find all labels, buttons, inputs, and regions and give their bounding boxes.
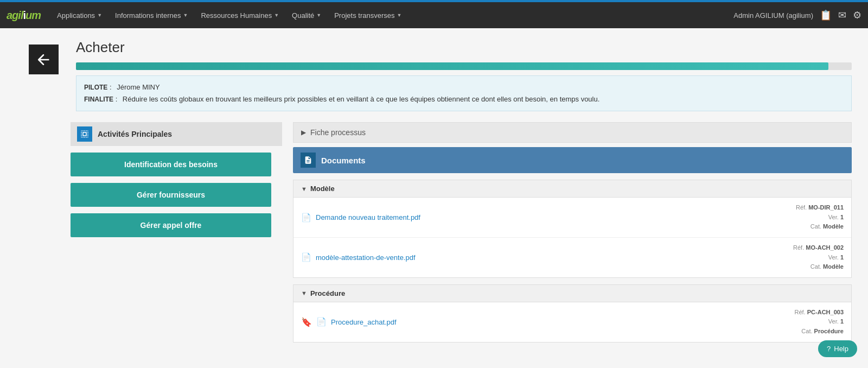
activities-header: Activités Principales: [71, 122, 282, 146]
documents-header: Documents: [293, 147, 852, 173]
left-panel: Activités Principales Identification des…: [71, 122, 282, 244]
documents-header-icon: [301, 153, 316, 168]
pdf-icon: 📄: [301, 252, 311, 262]
pilote-row: PILOTE : Jérome MINY: [84, 81, 844, 93]
nav-right: Admin AGILIUM (agilium) 📋 ✉ ⚙: [733, 9, 861, 21]
info-box: PILOTE : Jérome MINY FINALITE : Réduire …: [76, 75, 852, 111]
marker-icon: 🔖: [301, 317, 312, 327]
nav-items: Applications ▼ Informations internes ▼ R…: [52, 8, 733, 23]
settings-icon[interactable]: ⚙: [853, 9, 861, 21]
main-wrapper: Acheter PILOTE : Jérome MINY FINALITE : …: [0, 28, 868, 360]
doc-row: 📄 Demande nouveau traitement.pdf Réf. MO…: [293, 198, 851, 238]
documents-header-text: Documents: [321, 156, 366, 165]
sidebar: [16, 39, 71, 349]
help-label: Help: [834, 345, 848, 353]
two-col: Activités Principales Identification des…: [71, 122, 852, 348]
btn-fournisseurs[interactable]: Gérer fournisseurs: [71, 183, 271, 207]
chevron-icon: ▼: [316, 12, 321, 18]
doc-name[interactable]: Procedure_achat.pdf: [331, 318, 795, 326]
btn-identification[interactable]: Identification des besoins: [71, 153, 271, 176]
btn-appel-offre[interactable]: Gérer appel offre: [71, 213, 271, 237]
finalite-label: FINALITE: [84, 96, 113, 103]
nav-ressources-humaines[interactable]: Ressources Humaines ▼: [195, 8, 284, 23]
nav-projets-transverses[interactable]: Projets transverses ▼: [329, 8, 407, 23]
modele-title: Modèle: [310, 185, 335, 193]
nav-qualite[interactable]: Qualité ▼: [286, 8, 327, 23]
clipboard-icon[interactable]: 📋: [820, 9, 832, 21]
fiche-processus-label: Fiche processus: [310, 128, 366, 137]
doc-name[interactable]: modèle-attestation-de-vente.pdf: [316, 253, 793, 262]
subsection-modele-header[interactable]: ▼ Modèle: [293, 180, 851, 198]
page-content: Acheter PILOTE : Jérome MINY FINALITE : …: [71, 39, 852, 349]
arrow-down-icon: ▼: [301, 186, 307, 192]
doc-meta: Réf. MO-ACH_002 Ver. 1 Cat. Modèle: [793, 243, 844, 272]
progress-bar-container: [76, 62, 852, 70]
finalite-value: Réduire les coûts globaux en trouvant le…: [123, 95, 599, 103]
pdf-icon: 📄: [316, 317, 327, 327]
topnav: agilium Applications ▼ Informations inte…: [0, 2, 868, 28]
fiche-processus-header[interactable]: ▶ Fiche processus: [293, 122, 852, 143]
help-button[interactable]: ? Help: [818, 340, 857, 357]
help-icon: ?: [827, 345, 831, 353]
nav-informations-internes[interactable]: Informations internes ▼: [110, 8, 193, 23]
page-title: Acheter: [71, 39, 852, 56]
nav-applications[interactable]: Applications ▼: [52, 8, 107, 23]
pdf-icon: 📄: [301, 213, 311, 223]
doc-row: 📄 modèle-attestation-de-vente.pdf Réf. M…: [293, 238, 851, 277]
activities-icon: [77, 126, 92, 142]
progress-bar-fill: [76, 62, 828, 70]
sidebar-home-icon[interactable]: [29, 45, 59, 74]
doc-row: 🔖 📄 Procedure_achat.pdf Réf. PC-ACH_003 …: [293, 302, 851, 342]
subsection-procedure-header[interactable]: ▼ Procédure: [293, 285, 851, 302]
user-label: Admin AGILIUM (agilium): [733, 11, 813, 20]
chevron-icon: ▼: [97, 12, 102, 18]
arrow-right-icon: ▶: [301, 129, 306, 136]
subsection-modele: ▼ Modèle 📄 Demande nouveau traitement.pd…: [293, 180, 852, 278]
procedure-title: Procédure: [310, 289, 345, 297]
doc-meta: Réf. MO-DIR_011 Ver. 1 Cat. Modèle: [796, 203, 844, 232]
chevron-icon: ▼: [397, 12, 401, 18]
doc-meta: Réf. PC-ACH_003 Ver. 1 Cat. Procédure: [795, 308, 844, 337]
arrow-down-icon: ▼: [301, 290, 307, 296]
logo[interactable]: agilium: [7, 9, 41, 22]
chevron-icon: ▼: [274, 12, 279, 18]
doc-name[interactable]: Demande nouveau traitement.pdf: [316, 213, 796, 221]
chevron-icon: ▼: [183, 12, 188, 18]
right-panel: ▶ Fiche processus Documents ▼: [293, 122, 852, 348]
subsection-procedure: ▼ Procédure 🔖 📄 Procedure_achat.pdf Réf.…: [293, 284, 852, 342]
pilote-value: Jérome MINY: [117, 83, 159, 91]
pilote-label: PILOTE: [84, 84, 107, 91]
activities-header-text: Activités Principales: [98, 130, 172, 138]
finalite-row: FINALITE : Réduire les coûts globaux en …: [84, 93, 844, 105]
mail-icon[interactable]: ✉: [838, 9, 846, 21]
